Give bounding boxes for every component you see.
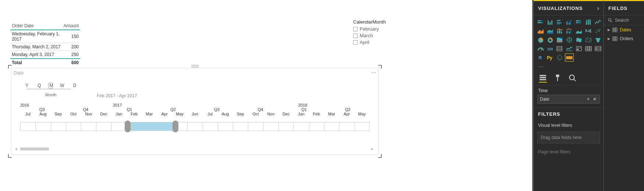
timeline-visual[interactable]: Date ··· Y Q M W D Month Feb 2017 - Apr … bbox=[11, 68, 379, 155]
stacked-column-100-icon[interactable] bbox=[584, 18, 593, 26]
expand-icon[interactable]: ▶ bbox=[608, 28, 610, 32]
funnel-icon[interactable] bbox=[594, 36, 602, 44]
card-icon[interactable]: 123 bbox=[546, 45, 554, 52]
timeline-drag-handle-left[interactable] bbox=[125, 121, 131, 132]
timeline-cell[interactable] bbox=[355, 122, 370, 131]
scatter-icon[interactable] bbox=[594, 27, 602, 35]
timeline-cell[interactable] bbox=[278, 122, 293, 131]
filled-map-icon[interactable] bbox=[575, 36, 583, 44]
timeline-cell[interactable] bbox=[324, 122, 339, 131]
granularity-week[interactable]: W bbox=[60, 83, 64, 88]
stacked-bar-100-icon[interactable] bbox=[575, 18, 583, 26]
slicer-icon[interactable] bbox=[575, 45, 583, 52]
line-stacked-column-icon[interactable] bbox=[556, 27, 564, 35]
timeline-scrollbar[interactable]: ◂ ▸ bbox=[15, 146, 375, 152]
analytics-tab-icon[interactable] bbox=[568, 74, 576, 83]
timeline-cell[interactable] bbox=[187, 122, 202, 131]
python-visual-icon[interactable]: Py bbox=[546, 54, 554, 61]
timeline-cell[interactable] bbox=[218, 122, 233, 131]
line-clustered-column-icon[interactable] bbox=[565, 27, 573, 35]
shape-map-icon[interactable] bbox=[584, 36, 593, 44]
more-options-icon[interactable]: ··· bbox=[371, 69, 376, 76]
col-amount[interactable]: Amount bbox=[62, 22, 80, 30]
timeline-cell[interactable] bbox=[20, 122, 35, 131]
timeline-visual-selection[interactable]: Date ··· Y Q M W D Month Feb 2017 - Apr … bbox=[9, 66, 381, 157]
waterfall-icon[interactable] bbox=[584, 27, 593, 35]
timeline-cell[interactable] bbox=[142, 122, 157, 131]
scroll-right-icon[interactable]: ▸ bbox=[371, 147, 375, 150]
gauge-icon[interactable] bbox=[537, 45, 545, 52]
timeline-cell[interactable] bbox=[309, 122, 324, 131]
slicer-calendarmonth[interactable]: CalendarMonth February March April bbox=[353, 19, 405, 46]
table-row[interactable]: Thursday, March 2, 2017200 bbox=[10, 43, 80, 51]
granularity-quarter[interactable]: Q bbox=[37, 83, 42, 88]
line-chart-icon[interactable] bbox=[594, 18, 602, 26]
ribbon-chart-icon[interactable] bbox=[575, 27, 583, 35]
checkbox-unchecked-icon[interactable] bbox=[353, 40, 357, 45]
collapse-pane-icon[interactable]: › bbox=[597, 4, 599, 12]
kpi-icon[interactable] bbox=[565, 45, 573, 52]
timeline-cell[interactable] bbox=[203, 122, 218, 131]
fields-table-dates[interactable]: ▶ Dates bbox=[604, 25, 644, 34]
matrix-icon[interactable] bbox=[594, 45, 602, 52]
stacked-area-icon[interactable] bbox=[546, 27, 554, 35]
granularity-day[interactable]: D bbox=[72, 83, 77, 88]
stacked-bar-icon[interactable] bbox=[537, 18, 545, 26]
expand-icon[interactable]: ▶ bbox=[608, 37, 610, 41]
granularity-year[interactable]: Y bbox=[25, 83, 29, 88]
scroll-thumb[interactable] bbox=[20, 147, 49, 150]
clustered-bar-icon[interactable] bbox=[556, 18, 564, 26]
move-grip-icon[interactable] bbox=[191, 65, 199, 67]
timeline-cell[interactable] bbox=[66, 122, 81, 131]
fields-table-orders[interactable]: ▶ Orders bbox=[604, 34, 644, 43]
arcgis-icon[interactable] bbox=[556, 54, 564, 61]
table-visual[interactable]: Order Date Amount Wednesday, February 1,… bbox=[10, 22, 80, 66]
field-well-time[interactable]: Date ▼ ✕ bbox=[537, 95, 600, 104]
timeline-drag-handle-right[interactable] bbox=[172, 121, 178, 132]
slicer-option[interactable]: April bbox=[353, 39, 405, 45]
timeline-cell[interactable] bbox=[233, 122, 248, 131]
field-well-dropdown-icon[interactable]: ▼ bbox=[587, 97, 590, 101]
report-canvas[interactable]: Order Date Amount Wednesday, February 1,… bbox=[0, 0, 532, 191]
checkbox-unchecked-icon[interactable] bbox=[353, 34, 357, 38]
multi-card-icon[interactable] bbox=[556, 45, 564, 52]
field-well-remove-icon[interactable]: ✕ bbox=[592, 97, 597, 102]
timeline-cell[interactable] bbox=[35, 122, 50, 131]
table-icon[interactable] bbox=[584, 45, 593, 52]
col-order-date[interactable]: Order Date bbox=[10, 22, 62, 30]
granularity-picker[interactable]: Y Q M W D Month bbox=[25, 83, 77, 88]
area-chart-icon[interactable] bbox=[537, 27, 545, 35]
timeline-cell[interactable] bbox=[157, 122, 172, 131]
visualization-gallery[interactable]: 123RPy··· bbox=[534, 15, 604, 72]
timeline-cell[interactable] bbox=[293, 122, 309, 131]
timeline-cell[interactable] bbox=[339, 122, 354, 131]
timeline-cell[interactable] bbox=[248, 122, 263, 131]
slicer-option[interactable]: February bbox=[353, 26, 405, 32]
donut-icon[interactable] bbox=[546, 36, 554, 44]
treemap-icon[interactable] bbox=[556, 36, 564, 44]
table-row[interactable]: Monday, April 3, 2017250 bbox=[10, 51, 80, 59]
timeline-cells[interactable] bbox=[20, 122, 370, 131]
timeline-cell[interactable] bbox=[96, 122, 111, 131]
r-visual-icon[interactable]: R bbox=[537, 54, 545, 61]
timeline-cell[interactable] bbox=[263, 122, 278, 131]
slicer-option[interactable]: March bbox=[353, 33, 405, 38]
stacked-column-icon[interactable] bbox=[546, 18, 554, 26]
format-tab-icon[interactable] bbox=[554, 74, 562, 83]
granularity-month[interactable]: M bbox=[49, 83, 53, 88]
map-icon[interactable] bbox=[565, 36, 573, 44]
timeline-cell[interactable] bbox=[111, 122, 127, 131]
fields-search[interactable]: Search bbox=[604, 15, 644, 25]
filters-dropzone[interactable]: Drag data fields here bbox=[537, 132, 600, 143]
scroll-track[interactable] bbox=[15, 146, 375, 152]
timeline-cell[interactable] bbox=[81, 122, 96, 131]
table-row[interactable]: Wednesday, February 1, 2017150 bbox=[10, 30, 80, 43]
fields-pane[interactable]: FIELDS Search ▶ Dates ▶ Orders bbox=[604, 0, 644, 191]
timeline-cell[interactable] bbox=[51, 122, 66, 131]
checkbox-unchecked-icon[interactable] bbox=[353, 27, 357, 31]
clustered-column-icon[interactable] bbox=[565, 18, 573, 26]
import-custom-visual-icon[interactable]: ··· bbox=[537, 63, 545, 70]
timeline-custom-icon[interactable] bbox=[565, 54, 573, 61]
pie-icon[interactable] bbox=[537, 36, 545, 44]
fields-tab-icon[interactable] bbox=[539, 74, 547, 83]
